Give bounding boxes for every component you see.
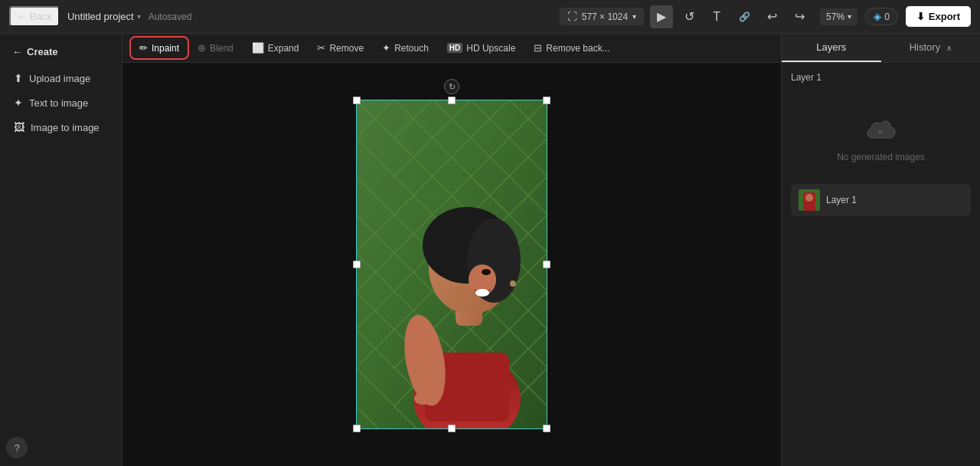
create-icon: ← (12, 46, 22, 57)
tab-layers[interactable]: Layers (782, 34, 881, 62)
rotate-handle[interactable]: ↻ (444, 79, 459, 94)
layers-section: Layer 1 No generated images (782, 63, 980, 222)
zoom-button[interactable]: 57% ▾ (820, 8, 858, 25)
canvas-image (356, 100, 547, 429)
canvas-area: ✏ Inpaint ⊕ Blend ⬜ Expand ✂ Remove ✦ Re… (122, 34, 781, 466)
sidebar-bottom: ? (6, 437, 116, 458)
text-to-image-label: Text to image (29, 97, 88, 109)
edit-toolbar: ✏ Inpaint ⊕ Blend ⬜ Expand ✂ Remove ✦ Re… (122, 34, 781, 63)
text-to-image-icon: ✦ (14, 97, 23, 109)
upload-icon: ⬆ (14, 72, 23, 84)
sidebar-item-upload-image[interactable]: ⬆ Upload image (6, 67, 116, 90)
back-button[interactable]: ← Back (9, 6, 60, 27)
undo-button[interactable]: ↩ (760, 5, 783, 28)
svg-point-92 (510, 281, 516, 287)
blend-icon: ⊕ (198, 42, 206, 54)
remove-bg-icon: ⊟ (534, 42, 542, 54)
canvas-image-wrapper[interactable]: ↻ (356, 100, 547, 429)
play-icon: ▶ (657, 9, 666, 24)
svg-point-91 (414, 392, 433, 405)
project-name-text: Untitled project (67, 11, 134, 22)
canvas-size-button[interactable]: ⛶ 577 × 1024 ▾ (560, 8, 644, 25)
chevron-down-icon: ▾ (632, 12, 636, 21)
canvas-size-label: 577 × 1024 (582, 11, 628, 22)
expand-label: Expand (268, 43, 299, 54)
upload-image-label: Upload image (29, 73, 90, 84)
retouch-icon: ✦ (382, 42, 390, 54)
no-images-area: No generated images (791, 90, 971, 178)
redo-button[interactable]: ↪ (788, 5, 811, 28)
export-label: Export (929, 11, 960, 22)
back-arrow-icon: ← (17, 11, 27, 22)
autosaved-label: Autosaved (149, 11, 192, 22)
link-button[interactable]: 🔗 (733, 5, 756, 28)
toolbar-icons: ▶ ↺ T 🔗 ↩ ↪ (650, 5, 811, 28)
topbar-left: ← Back Untitled project ▾ Autosaved (9, 6, 550, 27)
retouch-button[interactable]: ✦ Retouch (374, 38, 436, 57)
remove-label: Remove (329, 43, 364, 54)
export-button[interactable]: ⬇ Export (906, 6, 971, 27)
topbar-center: ⛶ 577 × 1024 ▾ ▶ ↺ T 🔗 ↩ ↪ (560, 5, 811, 28)
remove-background-button[interactable]: ⊟ Remove back... (526, 38, 617, 57)
chevron-up-icon: ∧ (946, 44, 952, 52)
chevron-down-icon: ▾ (848, 12, 851, 21)
credits-icon: ◈ (874, 11, 881, 22)
zoom-level-label: 57% (826, 11, 844, 22)
create-label: Create (27, 46, 57, 57)
undo-icon: ↩ (767, 9, 777, 24)
create-header: ← Create (6, 41, 116, 62)
left-sidebar: ← Create ⬆ Upload image ✦ Text to image … (0, 34, 122, 466)
export-icon: ⬇ (916, 11, 925, 22)
layer-entry-label: Layer 1 (826, 195, 857, 205)
sidebar-item-text-to-image[interactable]: ✦ Text to image (6, 91, 116, 114)
sidebar-item-image-to-image[interactable]: 🖼 Image to image (6, 116, 116, 139)
inpaint-label: Inpaint (152, 43, 179, 54)
text-icon: T (713, 10, 720, 24)
canvas-container[interactable]: ↻ (122, 63, 781, 466)
topbar-right: 57% ▾ ◈ 0 ⬇ Export (820, 6, 971, 27)
link-icon: 🔗 (739, 11, 750, 22)
rotate-left-button[interactable]: ↺ (678, 5, 701, 28)
svg-point-96 (805, 194, 813, 202)
redo-icon: ↪ (795, 9, 805, 24)
main-layout: ← Create ⬆ Upload image ✦ Text to image … (0, 34, 980, 466)
retouch-label: Retouch (394, 43, 429, 54)
layer-entry[interactable]: Layer 1 (791, 184, 971, 216)
remove-back-label: Remove back... (546, 43, 609, 54)
svg-point-93 (877, 131, 880, 133)
play-button[interactable]: ▶ (650, 5, 673, 28)
chevron-down-icon: ▾ (137, 12, 141, 21)
svg-point-89 (475, 289, 489, 297)
layer-thumbnail (799, 189, 820, 211)
inpaint-icon: ✏ (139, 42, 148, 54)
svg-point-88 (482, 269, 491, 275)
right-tabs: Layers History ∧ (782, 34, 980, 63)
no-images-icon (866, 113, 897, 144)
text-button[interactable]: T (705, 5, 728, 28)
right-sidebar: Layers History ∧ Layer 1 No generated im… (781, 34, 980, 466)
upscale-icon: HD (447, 43, 462, 53)
inpaint-button[interactable]: ✏ Inpaint (132, 38, 187, 57)
upscale-button[interactable]: HD HD Upscale (439, 39, 523, 57)
help-button[interactable]: ? (6, 437, 28, 458)
remove-icon: ✂ (317, 42, 325, 54)
rotate-left-icon: ↺ (684, 9, 694, 24)
back-label: Back (30, 11, 52, 22)
expand-icon: ⬜ (252, 42, 264, 54)
blend-button[interactable]: ⊕ Blend (190, 38, 241, 57)
layer-section-title: Layer 1 (791, 72, 971, 83)
tab-history[interactable]: History ∧ (881, 34, 981, 62)
resize-icon: ⛶ (567, 11, 577, 22)
no-images-label: No generated images (837, 152, 925, 162)
credits-badge: ◈ 0 (865, 8, 898, 25)
image-to-image-label: Image to image (31, 122, 100, 133)
expand-button[interactable]: ⬜ Expand (244, 38, 307, 57)
layers-tab-label: Layers (816, 41, 846, 53)
upscale-label: HD Upscale (466, 43, 515, 54)
remove-button[interactable]: ✂ Remove (309, 38, 371, 57)
image-to-image-icon: 🖼 (14, 121, 24, 133)
blend-label: Blend (210, 43, 234, 54)
history-tab-label: History (910, 41, 940, 53)
project-name[interactable]: Untitled project ▾ (67, 11, 141, 22)
credits-count: 0 (884, 11, 890, 22)
